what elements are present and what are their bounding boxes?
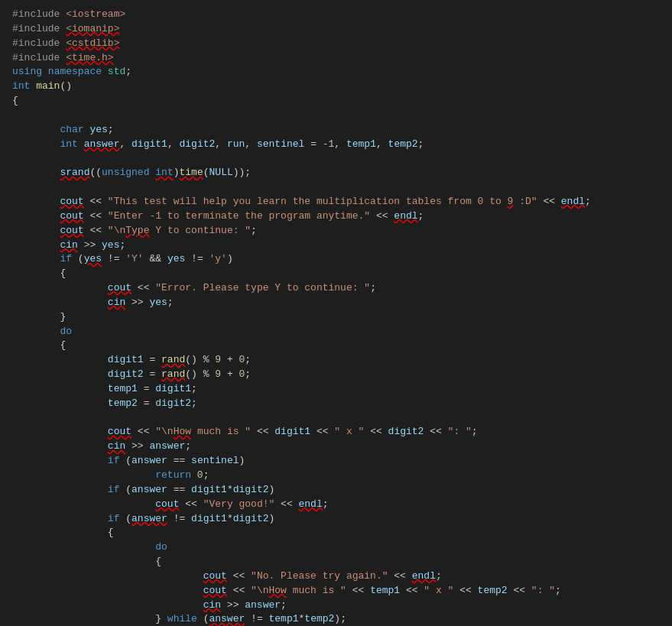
code-line-27: temp1 = digit1;: [0, 382, 672, 397]
code-line-1: #include <iostream>: [0, 8, 672, 22]
code-line-3: #include <cstdlib>: [0, 37, 672, 51]
code-line-7: {: [0, 94, 672, 109]
code-line-39: {: [0, 555, 672, 569]
code-line-21: cin >> yes;: [0, 296, 672, 310]
code-line-15: cout << "Enter -1 to terminate the progr…: [0, 209, 672, 224]
code-line-20: cout << "Error. Please type Y to continu…: [0, 281, 672, 296]
code-line-4: #include <time.h>: [0, 51, 672, 66]
code-line-26: digit2 = rand() % 9 + 0;: [0, 368, 672, 382]
code-line-34: if (answer == digit1*digit2): [0, 483, 672, 498]
code-line-28: temp2 = digit2;: [0, 397, 672, 411]
code-line-9: char yes;: [0, 123, 672, 138]
code-line-6: int main(): [0, 79, 672, 94]
code-line-24: {: [0, 339, 672, 353]
code-line-2: #include <iomanip>: [0, 22, 672, 37]
code-line-30: cout << "\nHow much is " << digit1 << " …: [0, 425, 672, 439]
code-line-19: {: [0, 267, 672, 281]
code-line-17: cin >> yes;: [0, 238, 672, 253]
code-line-25: digit1 = rand() % 9 + 0;: [0, 353, 672, 368]
code-line-43: } while (answer != temp1*temp2);: [0, 612, 672, 626]
code-line-35: cout << "Very good!" << endl;: [0, 498, 672, 512]
code-line-29: [0, 411, 672, 426]
code-line-41: cout << "\nHow much is " << temp1 << " x…: [0, 584, 672, 598]
code-line-22: }: [0, 310, 672, 325]
code-line-31: cin >> answer;: [0, 439, 672, 454]
code-line-12: srand((unsigned int)time(NULL));: [0, 166, 672, 180]
code-line-23: do: [0, 325, 672, 339]
code-line-32: if (answer == sentinel): [0, 454, 672, 469]
code-line-42: cin >> answer;: [0, 598, 672, 613]
code-line-10: int answer, digit1, digit2, run, sentine…: [0, 138, 672, 152]
code-line-5: using namespace std;: [0, 65, 672, 79]
code-line-37: {: [0, 526, 672, 540]
code-line-33: return 0;: [0, 469, 672, 483]
code-line-38: do: [0, 540, 672, 555]
code-line-18: if (yes != 'Y' && yes != 'y'): [0, 252, 672, 267]
code-editor[interactable]: #include <iostream> #include <iomanip> #…: [0, 0, 672, 626]
code-line-36: if (answer != digit1*digit2): [0, 512, 672, 527]
code-line-40: cout << "No. Please try again." << endl;: [0, 569, 672, 584]
code-line-16: cout << "\nType Y to continue: ";: [0, 224, 672, 238]
code-line-11: [0, 151, 672, 166]
code-line-13: [0, 180, 672, 195]
code-line-14: cout << "This test will help you learn t…: [0, 195, 672, 209]
code-line-8: [0, 109, 672, 123]
